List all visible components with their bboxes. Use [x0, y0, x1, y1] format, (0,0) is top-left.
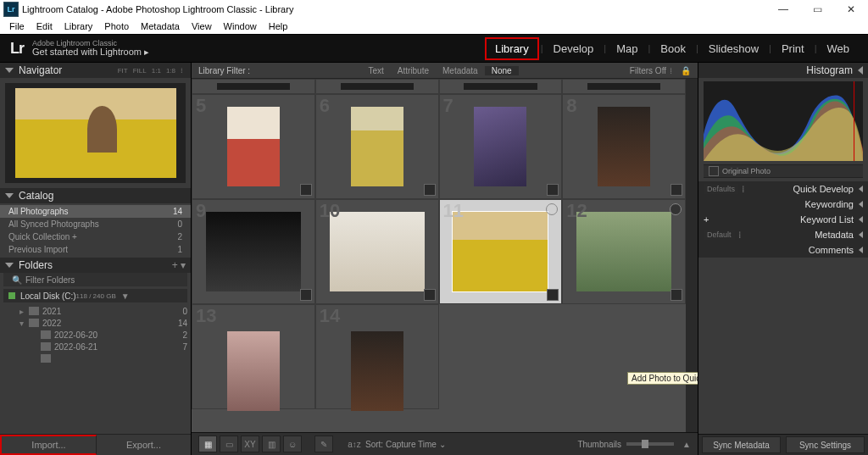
sort-dropdown[interactable]: Capture Time ⌄ — [386, 440, 446, 449]
grid-cell-7[interactable]: 7 — [439, 94, 563, 199]
module-web[interactable]: Web — [819, 39, 859, 58]
thumbnail-badge-icon[interactable] — [670, 184, 682, 196]
import-export-bar: Import... Export... — [0, 434, 191, 455]
export-button[interactable]: Export... — [97, 435, 191, 455]
thumbnail-grid[interactable]: 5 6 7 8 9 10 11 12 13 — [192, 79, 698, 432]
filter-text[interactable]: Text — [361, 66, 390, 75]
lock-icon[interactable]: 🔒 — [681, 66, 691, 75]
grid-cell-fragment[interactable] — [192, 79, 315, 94]
module-develop[interactable]: Develop — [545, 39, 603, 58]
filter-metadata[interactable]: Metadata — [436, 66, 485, 75]
grid-cell-14[interactable]: 14 — [315, 304, 439, 409]
filter-attribute[interactable]: Attribute — [391, 66, 436, 75]
filter-preset-drop-icon[interactable]: ⁞ — [670, 66, 672, 75]
thumbnail-badge-icon[interactable] — [424, 184, 436, 196]
thumbnail-badge-icon[interactable] — [547, 289, 559, 301]
histogram-display[interactable] — [704, 81, 863, 161]
thumbnail-size-slider[interactable] — [626, 442, 674, 446]
module-map[interactable]: Map — [608, 39, 646, 58]
grid-cell-11-selected[interactable]: 11 — [439, 199, 563, 304]
original-photo-toggle[interactable]: Original Photo — [704, 164, 863, 178]
grid-cell-13[interactable]: 13 — [192, 304, 315, 409]
thumbnail-badge-icon[interactable] — [670, 289, 682, 301]
grid-cell-9[interactable]: 9 — [192, 199, 315, 304]
thumbnail-badge-icon[interactable] — [300, 184, 312, 196]
menu-library[interactable]: Library — [58, 21, 99, 31]
plus-icon[interactable]: + — [704, 214, 709, 225]
folder-2021[interactable]: ▸20210 — [3, 305, 187, 317]
grid-cell-fragment[interactable] — [562, 79, 686, 94]
module-print[interactable]: Print — [773, 39, 813, 58]
menu-edit[interactable]: Edit — [31, 21, 58, 31]
chevron-down-icon[interactable]: ▼ — [121, 291, 130, 301]
thumbnail-badge-icon[interactable] — [424, 289, 436, 301]
comments-header[interactable]: Comments — [698, 242, 868, 258]
grid-cell-6[interactable]: 6 — [315, 94, 439, 199]
menu-help[interactable]: Help — [263, 21, 294, 31]
filter-state[interactable]: Filters Off — [630, 66, 666, 75]
nav-opt-zoom[interactable]: 1:8 — [164, 67, 178, 75]
view-people-button[interactable]: ☺ — [283, 436, 302, 452]
identity-plate-text[interactable]: Adobe Lightroom Classic Get started with… — [32, 40, 149, 57]
thumbnail-badge-icon[interactable] — [547, 184, 559, 196]
quick-collection-marker-icon[interactable] — [546, 203, 558, 215]
nav-opt-fill[interactable]: FILL — [131, 67, 149, 75]
menu-window[interactable]: Window — [218, 21, 263, 31]
menu-photo[interactable]: Photo — [98, 21, 135, 31]
volume-selector[interactable]: Local Disk (C:) 118 / 240 GB ▼ — [3, 289, 187, 302]
module-slideshow[interactable]: Slideshow — [700, 39, 767, 58]
sync-metadata-button[interactable]: Sync Metadata — [702, 436, 781, 453]
folder-2022-06-21[interactable]: 2022-06-217 — [3, 341, 187, 352]
grid-cell-5[interactable]: 5 — [192, 94, 315, 199]
chevron-down-icon: ⌄ — [439, 440, 446, 449]
catalog-previous-import[interactable]: Previous Import1 — [0, 243, 191, 256]
folder-filter-input[interactable]: 🔍 Filter Folders — [3, 273, 187, 286]
filter-none[interactable]: None — [485, 66, 519, 75]
nav-opt-1to1[interactable]: 1:1 — [149, 67, 164, 75]
navigator-header[interactable]: Navigator FIT FILL 1:1 1:8 ⁞ — [0, 63, 191, 78]
grid-cell-8[interactable]: 8 — [562, 94, 686, 199]
view-compare-button[interactable]: XY — [241, 436, 259, 452]
view-loupe-button[interactable]: ▭ — [220, 436, 238, 452]
catalog-all-photographs[interactable]: All Photographs14 — [0, 205, 191, 218]
folders-header[interactable]: Folders + ▾ — [0, 258, 191, 273]
grid-cell-fragment[interactable] — [315, 79, 439, 94]
metadata-header[interactable]: Default⁞Metadata — [698, 227, 868, 242]
quick-collection-marker-icon[interactable] — [670, 203, 682, 215]
catalog-quick-collection[interactable]: Quick Collection +2 — [0, 230, 191, 243]
window-maximize-button[interactable]: ▭ — [800, 3, 834, 15]
folders-add-button[interactable]: + ▾ — [172, 259, 186, 271]
toolbar-switch-icon[interactable]: ▲ — [682, 440, 691, 449]
thumbnail-badge-icon[interactable] — [300, 289, 312, 301]
grid-cell-12[interactable]: 12 — [562, 199, 686, 304]
navigator-preview[interactable] — [5, 83, 186, 183]
module-library[interactable]: Library — [485, 37, 539, 60]
keyword-list-header[interactable]: +Keyword List — [698, 212, 868, 227]
grid-cell-10[interactable]: 10 — [315, 199, 439, 304]
folder-icon — [41, 354, 51, 363]
sort-direction-button[interactable]: a↕z — [346, 436, 363, 452]
catalog-header[interactable]: Catalog — [0, 188, 191, 203]
catalog-all-synced[interactable]: All Synced Photographs0 — [0, 218, 191, 230]
menu-file[interactable]: File — [3, 21, 31, 31]
import-button[interactable]: Import... — [0, 435, 97, 455]
quick-develop-header[interactable]: Defaults⁞Quick Develop — [698, 181, 868, 197]
window-close-button[interactable]: ✕ — [834, 3, 868, 15]
menu-metadata[interactable]: Metadata — [135, 21, 186, 31]
grid-cell-fragment[interactable] — [439, 79, 563, 94]
folder-2022[interactable]: ▾202214 — [3, 317, 187, 329]
folder-more[interactable] — [3, 352, 187, 364]
nav-opt-fit[interactable]: FIT — [115, 67, 131, 75]
sync-settings-button[interactable]: Sync Settings — [786, 436, 865, 453]
module-book[interactable]: Book — [652, 39, 694, 58]
painter-tool-button[interactable]: ✎ — [314, 436, 333, 452]
menu-view[interactable]: View — [186, 21, 218, 31]
view-grid-button[interactable]: ▦ — [198, 436, 217, 452]
window-minimize-button[interactable]: — — [766, 3, 800, 15]
folder-2022-06-20[interactable]: 2022-06-202 — [3, 329, 187, 341]
nav-opt-drop-icon[interactable]: ⁞ — [178, 67, 186, 75]
view-survey-button[interactable]: ▥ — [262, 436, 281, 452]
histogram-header[interactable]: Histogram — [698, 63, 868, 78]
keywording-header[interactable]: Keywording — [698, 197, 868, 212]
checkbox-icon[interactable] — [709, 166, 719, 176]
